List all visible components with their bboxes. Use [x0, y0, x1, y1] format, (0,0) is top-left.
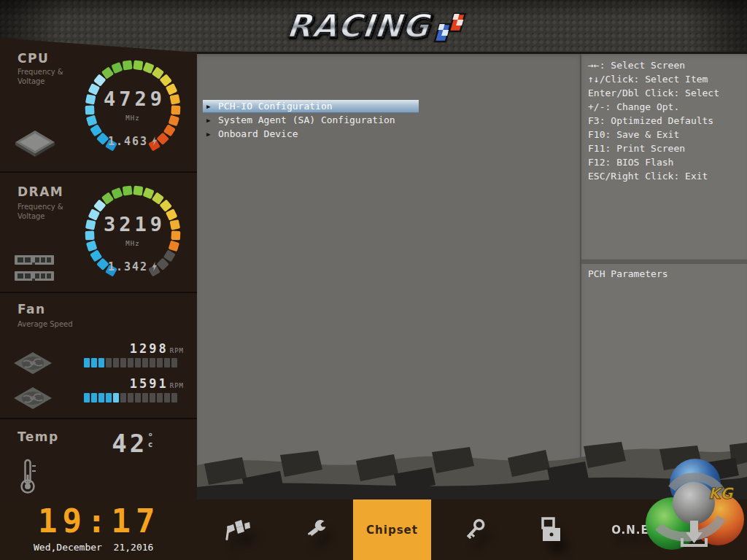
fan-bar-cell [164, 393, 170, 402]
fan-bar-cell [84, 358, 90, 368]
tab-chipset-label: Chipset [366, 524, 418, 537]
chipset-menu: ▶ PCH-IO Configuration ▶ System Agent (S… [203, 100, 419, 141]
help-line: Enter/Dbl Click: Select [588, 88, 745, 101]
cpu-voltage-value: 1.463 [76, 135, 190, 148]
dram-sublabel: Frequency & Voltage [18, 202, 76, 221]
fan-section: Fan Average Speed 1298RPM 1591RPM [0, 292, 197, 419]
temp-label: Temp [18, 429, 59, 444]
cpu-frequency-unit: MHz [76, 114, 190, 122]
bolt-icon [151, 262, 158, 271]
lock-icon [541, 517, 562, 543]
temp-reading: 42 ° c [112, 431, 153, 456]
fan1-rpm: 1298RPM [130, 341, 184, 356]
fan2-rpm-value: 1591 [130, 376, 169, 391]
checkered-flag-icon [225, 519, 250, 541]
help-line: ↑↓/Click: Select Item [588, 74, 745, 88]
cpu-chip-icon [15, 130, 55, 158]
fan-bar-cell [120, 358, 126, 368]
hardware-monitor-sidebar: CPU Frequency & Voltage 4729 MHz 1.463 D… [0, 38, 197, 499]
tab-one-label: O.N.E [611, 524, 649, 537]
clock-time: 19:17 [38, 505, 160, 537]
cpu-frequency-value: 4729 [76, 88, 190, 110]
fan-bar-cell [171, 358, 177, 368]
panel-divider [581, 259, 747, 264]
fan-bar-cell [91, 358, 97, 368]
clock-date: Wed,December 21,2016 [34, 542, 153, 553]
fan-bar-cell [150, 358, 155, 368]
dram-frequency-value: 3219 [76, 213, 190, 236]
submenu-arrow-icon: ▶ [203, 131, 218, 138]
dram-label: DRAM [18, 184, 63, 199]
item-description: PCH Parameters [588, 268, 668, 279]
fan2-rpm: 1591RPM [130, 376, 184, 391]
racing-logo: RACING [257, 3, 498, 48]
help-line: F11: Print Screen [588, 143, 745, 157]
fan-bar-cell [135, 393, 141, 402]
fan-bar-cell [157, 393, 163, 402]
fan-bar-cell [128, 358, 133, 368]
menu-item-system-agent-configuration[interactable]: ▶ System Agent (SA) Configuration [203, 113, 419, 127]
cpu-label: CPU [18, 51, 49, 66]
key-icon [463, 518, 485, 542]
menu-item-label: System Agent (SA) Configuration [218, 114, 395, 125]
temp-unit: ° c [147, 432, 153, 448]
kitguru-watermark-logo: KG [646, 456, 744, 560]
fan-bar-cell [113, 358, 119, 368]
fan2-rpm-unit: RPM [170, 382, 184, 389]
bios-screen: RACING ▶ PCH-IO Configuration ▶ [0, 0, 747, 560]
temp-section: Temp 42 ° c [0, 418, 197, 501]
help-line: +/-: Change Opt. [588, 101, 745, 115]
help-line: F10: Save & Exit [588, 129, 745, 143]
help-line: ESC/Right Click: Exit [588, 171, 745, 184]
menu-item-onboard-device[interactable]: ▶ Onboard Device [203, 127, 419, 141]
cpu-section: CPU Frequency & Voltage 4729 MHz 1.463 [0, 38, 197, 171]
fan-label: Fan [18, 302, 46, 316]
dram-frequency-unit: MHz [76, 240, 190, 247]
menu-item-pch-io-configuration[interactable]: ▶ PCH-IO Configuration [203, 100, 419, 113]
fan-icon [13, 386, 53, 411]
fan-bar-cell [171, 393, 177, 402]
racing-logo-text: RACING [285, 7, 432, 44]
dram-gauge: 3219 MHz 1.342 [76, 176, 190, 290]
fan-bar-cell [142, 393, 148, 402]
fan-bar-cell [106, 358, 112, 368]
help-line: F3: Optimized Defaults [588, 115, 745, 129]
bolt-icon [151, 136, 158, 146]
fan-bar-cell [120, 393, 126, 402]
dram-voltage-value: 1.342 [76, 260, 190, 273]
temp-value: 42 [112, 431, 147, 456]
dram-section: DRAM Frequency & Voltage 3219 MHz [0, 171, 197, 293]
fan-bar-cell [106, 393, 112, 402]
checkered-flag-emblem-icon [431, 7, 468, 44]
fan-bar-cell [113, 393, 119, 402]
help-line: →←: Select Screen [588, 60, 745, 74]
submenu-arrow-icon: ▶ [203, 117, 218, 124]
tab-chipset[interactable]: Chipset [353, 499, 431, 560]
fan-bar-cell [84, 393, 90, 402]
fan1-speed-bar [84, 358, 177, 368]
menu-item-label: Onboard Device [218, 128, 298, 139]
tab-main[interactable] [216, 499, 260, 560]
ram-sticks-icon [15, 255, 54, 284]
fan-bar-cell [128, 393, 133, 402]
bottom-navigation-bar: 19:17 Wed,December 21,2016 Chipset [0, 499, 747, 560]
kg-initials: KG [708, 485, 734, 502]
fan-bar-cell [150, 393, 155, 402]
cpu-gauge: 4729 MHz 1.463 [76, 51, 190, 165]
header-band: RACING [0, 0, 747, 54]
help-line: F12: BIOS Flash [588, 157, 745, 171]
tab-security[interactable] [452, 499, 496, 560]
fan-icon [13, 351, 53, 376]
fan-bar-cell [157, 358, 163, 368]
fan-bar-cell [98, 358, 104, 368]
fan-bar-cell [91, 393, 97, 402]
menu-item-label: PCH-IO Configuration [218, 101, 333, 112]
fan-bar-cell [164, 358, 170, 368]
tab-advanced[interactable] [295, 499, 338, 560]
fan1-rpm-value: 1298 [130, 341, 169, 356]
tab-boot[interactable] [530, 499, 573, 560]
fan-bar-cell [135, 358, 141, 368]
wrench-icon [305, 518, 328, 542]
fan-bar-cell [98, 393, 104, 402]
fan1-rpm-unit: RPM [170, 347, 184, 354]
